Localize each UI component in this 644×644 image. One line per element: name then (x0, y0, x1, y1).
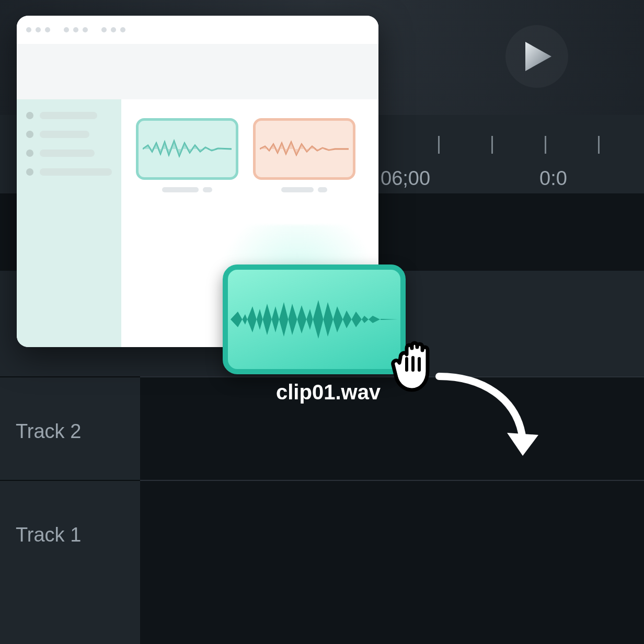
timecode-label: 06;00 (381, 167, 430, 190)
timecode-label: 0:0 (539, 167, 567, 190)
timeline-tick (491, 136, 493, 154)
clip-thumbnail-orange[interactable] (253, 118, 355, 192)
dragged-clip[interactable] (223, 264, 406, 374)
svg-marker-3 (231, 300, 398, 337)
sidebar-item[interactable] (26, 150, 112, 157)
clip-thumbnail-teal[interactable] (136, 118, 238, 192)
play-icon (525, 42, 551, 71)
svg-marker-8 (507, 433, 538, 456)
file-browser-sidebar[interactable] (17, 99, 121, 347)
svg-marker-4 (231, 302, 398, 339)
window-dot[interactable] (36, 27, 41, 32)
sidebar-item[interactable] (26, 131, 112, 138)
window-toolbar (17, 44, 378, 99)
timeline-tick (598, 136, 600, 154)
waveform-icon (143, 136, 232, 162)
play-button[interactable] (505, 25, 568, 88)
timeline-tick (438, 136, 440, 154)
window-toolbar-dots (64, 27, 88, 32)
track-1-label[interactable]: Track 1 (16, 524, 81, 546)
waveform-icon (260, 136, 349, 162)
window-titlebar[interactable] (17, 16, 378, 44)
grab-cursor-icon (380, 332, 458, 411)
window-dot[interactable] (45, 27, 50, 32)
window-toolbar-dots (101, 27, 125, 32)
svg-marker-0 (525, 42, 551, 71)
window-controls[interactable] (26, 27, 50, 32)
timeline-tick (545, 136, 546, 154)
track-2-label[interactable]: Track 2 (16, 420, 81, 443)
waveform-icon (231, 291, 398, 348)
sidebar-item[interactable] (26, 112, 112, 119)
sidebar-item[interactable] (26, 168, 112, 176)
window-dot[interactable] (26, 27, 31, 32)
dragged-clip-name: clip01.wav (276, 381, 381, 404)
